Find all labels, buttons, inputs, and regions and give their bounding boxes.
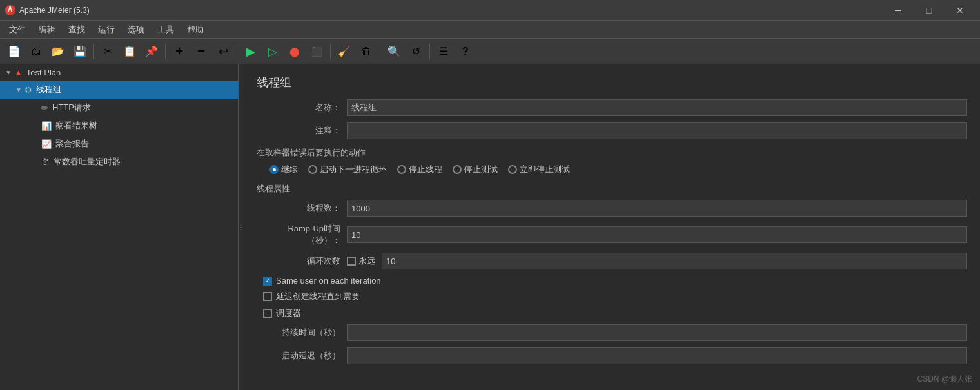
menu-file[interactable]: 文件 [3,21,32,38]
constant-timer-icon: ⏱ [41,157,50,167]
sidebar-item-thread-group[interactable]: ▼ ⚙ 线程组 [0,81,238,99]
add-button[interactable]: + [169,41,190,62]
stop-button[interactable]: ⬤ [284,41,305,62]
radio-circle-stop-test-now [508,165,517,174]
search-icon-button[interactable]: 🔍 [384,41,404,62]
radio-label-start-next: 启动下一进程循环 [320,164,387,175]
undo-button[interactable]: ↩ [213,41,233,62]
name-input[interactable] [347,99,967,116]
start-button[interactable]: ▶ [240,41,261,62]
sidebar-item-label-constant-timer: 常数吞吐量定时器 [54,156,121,168]
same-user-label: Same user on each iteration [276,276,381,286]
forever-label: 永远 [358,255,375,267]
loop-count-row: 循环次数 永远 [257,253,967,269]
maximize-button[interactable]: □ [914,0,944,21]
sidebar-item-constant-timer[interactable]: ⏱ 常数吞吐量定时器 [10,153,238,171]
start-delay-input[interactable] [347,347,967,364]
forever-checkbox-group: 永远 [347,255,375,267]
comment-input[interactable] [347,122,967,139]
shutdown-button[interactable]: ⬛ [306,41,327,62]
duration-input[interactable] [347,324,967,341]
thread-count-input[interactable] [347,200,967,217]
ramp-up-input[interactable] [347,226,967,243]
paste-button[interactable]: 📌 [141,41,162,62]
minimize-button[interactable]: ─ [883,0,913,21]
radio-stop-thread[interactable]: 停止线程 [397,164,442,175]
separator-5 [380,44,380,59]
delay-row: 延迟创建线程直到需要 [257,291,967,302]
comment-row: 注释： [257,122,967,139]
sidebar-item-test-plan[interactable]: ▼ ▲ Test Plan [0,64,238,81]
templates-button[interactable]: 🗂 [26,41,46,62]
forever-checkbox[interactable] [347,257,356,266]
ramp-up-row: Ramp-Up时间（秒）： [257,223,967,246]
scheduler-label: 调度器 [276,307,301,319]
main-layout: ▼ ▲ Test Plan ▼ ⚙ 线程组 ✏ HTTP请求 📊 察看结果树 📈… [0,64,980,390]
name-row: 名称： [257,99,967,116]
title-bar: Apache JMeter (5.3) ─ □ ✕ [0,0,980,21]
delay-label: 延迟创建线程直到需要 [276,291,360,302]
thread-count-row: 线程数： [257,200,967,217]
sidebar-item-label-view-results: 察看结果树 [55,120,97,132]
sidebar-item-view-results[interactable]: 📊 察看结果树 [10,117,238,135]
clear-button[interactable]: 🧹 [334,41,355,62]
start-no-pause-button[interactable]: ▷ [262,41,283,62]
separator-6 [429,44,430,59]
list-button[interactable]: ☰ [433,41,454,62]
panel-title: 线程组 [257,75,967,90]
sidebar-item-aggregate-report[interactable]: 📈 聚合报告 [10,135,238,153]
loop-count-label: 循环次数 [257,255,340,267]
menu-help[interactable]: 帮助 [181,21,210,38]
resize-handle[interactable]: ⋮ [239,64,244,390]
aggregate-report-icon: 📈 [41,139,52,149]
name-label: 名称： [257,102,340,113]
watermark: CSDN @懒人张 [917,374,972,385]
error-action-radio-group: 继续 启动下一进程循环 停止线程 停止测试 立即停止测试 [257,164,967,175]
tree-arrow-thread-group: ▼ [15,86,22,93]
test-plan-icon: ▲ [14,68,23,77]
same-user-row: Same user on each iteration [257,276,967,286]
scheduler-checkbox[interactable] [263,309,272,318]
help-button[interactable]: ? [455,41,476,62]
same-user-checkbox[interactable] [263,277,272,286]
delay-checkbox[interactable] [263,292,272,301]
view-results-icon: 📊 [41,121,52,131]
start-delay-row: 启动延迟（秒） [257,347,967,364]
radio-label-continue: 继续 [281,164,298,175]
window-controls: ─ □ ✕ [883,0,975,21]
app-title: Apache JMeter (5.3) [19,6,883,15]
scheduler-row: 调度器 [257,307,967,319]
menu-edit[interactable]: 编辑 [32,21,62,38]
menu-search[interactable]: 查找 [62,21,92,38]
cut-button[interactable]: ✂ [97,41,118,62]
reset-button[interactable]: ↺ [406,41,426,62]
sidebar: ▼ ▲ Test Plan ▼ ⚙ 线程组 ✏ HTTP请求 📊 察看结果树 📈… [0,64,239,390]
radio-circle-stop-thread [397,165,406,174]
separator-4 [330,44,331,59]
menu-options[interactable]: 选项 [121,21,151,38]
ramp-up-label: Ramp-Up时间（秒）： [257,223,340,246]
radio-stop-test-now[interactable]: 立即停止测试 [508,164,570,175]
sidebar-item-http-request[interactable]: ✏ HTTP请求 [10,99,238,117]
radio-circle-stop-test [453,165,462,174]
clear-all-button[interactable]: 🗑 [356,41,377,62]
menu-run[interactable]: 运行 [92,21,121,38]
http-request-icon: ✏ [41,103,48,113]
comment-label: 注释： [257,125,340,137]
open-button[interactable]: 📂 [48,41,68,62]
sidebar-item-label-http-request: HTTP请求 [52,102,91,113]
tree-arrow-test-plan: ▼ [5,69,12,76]
start-delay-label: 启动延迟（秒） [257,350,340,362]
copy-button[interactable]: 📋 [119,41,140,62]
menu-tools[interactable]: 工具 [151,21,181,38]
radio-stop-test[interactable]: 停止测试 [453,164,498,175]
separator-1 [93,44,94,59]
loop-count-input[interactable] [382,253,967,269]
remove-button[interactable]: − [191,41,211,62]
toolbar: 📄 🗂 📂 💾 ✂ 📋 📌 + − ↩ ▶ ▷ ⬤ ⬛ 🧹 🗑 🔍 ↺ ☰ ? [0,39,980,64]
close-button[interactable]: ✕ [945,0,975,21]
radio-continue[interactable]: 继续 [270,164,298,175]
save-button[interactable]: 💾 [70,41,90,62]
radio-start-next[interactable]: 启动下一进程循环 [308,164,387,175]
new-button[interactable]: 📄 [4,41,24,62]
